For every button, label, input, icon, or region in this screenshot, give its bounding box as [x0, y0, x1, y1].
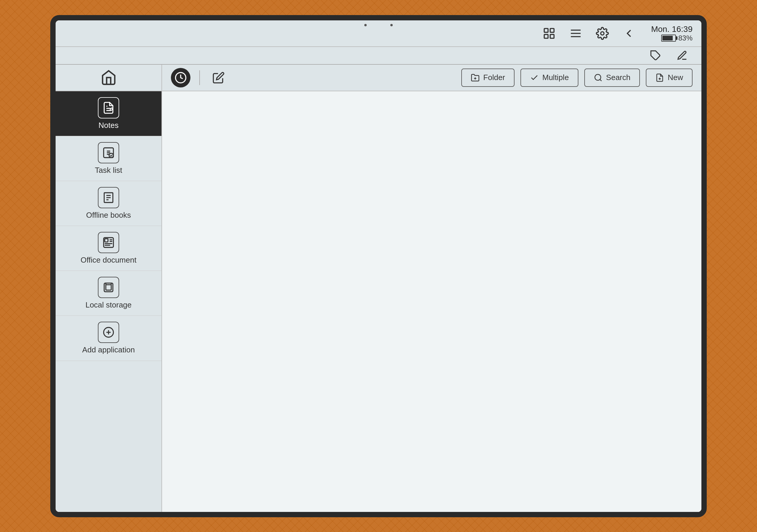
notes-label: Notes	[99, 121, 119, 130]
addapplication-label: Add application	[82, 345, 135, 354]
battery-percent: 83%	[678, 34, 692, 42]
list-icon-btn[interactable]	[565, 23, 586, 44]
addapplication-icon	[102, 326, 115, 339]
top-bar-icons: Mon. 16:39 83%	[539, 23, 692, 44]
camera-dot-right	[390, 24, 393, 26]
battery-icon	[661, 35, 676, 42]
camera-area	[364, 24, 393, 26]
multiple-button[interactable]: Multiple	[520, 69, 578, 87]
status-area: Mon. 16:39 83%	[651, 24, 692, 42]
search-button[interactable]: Search	[584, 69, 640, 87]
new-button[interactable]: New	[646, 69, 692, 87]
content-toolbar: Folder Multiple	[162, 65, 701, 91]
settings-icon-btn[interactable]	[592, 23, 613, 44]
content-body	[162, 91, 701, 512]
tasklist-icon-box	[98, 142, 119, 163]
search-icon	[594, 73, 603, 82]
localstorage-icon	[102, 281, 115, 294]
svg-rect-1	[550, 28, 554, 32]
officedocument-icon-box	[98, 232, 119, 253]
notes-icon	[102, 101, 115, 114]
edit-btn[interactable]	[209, 68, 228, 87]
device-screen: Mon. 16:39 83%	[56, 20, 701, 512]
svg-point-36	[595, 74, 601, 80]
battery-fill	[662, 36, 673, 41]
localstorage-label: Local storage	[85, 300, 132, 310]
tasklist-icon	[102, 146, 115, 159]
edit-icon	[212, 71, 225, 84]
notes-icon-box	[98, 97, 119, 119]
home-button[interactable]	[56, 65, 162, 91]
officedocument-icon	[102, 236, 115, 249]
new-icon	[655, 73, 664, 82]
svg-line-37	[600, 79, 601, 81]
offlinebooks-icon	[102, 191, 115, 204]
device-frame: Mon. 16:39 83%	[50, 15, 707, 517]
officedocument-label: Office document	[81, 256, 136, 265]
grid-icon-btn[interactable]	[539, 23, 560, 44]
svg-rect-0	[544, 28, 548, 32]
back-icon-btn[interactable]	[619, 23, 639, 44]
time-display: Mon. 16:39	[651, 24, 692, 34]
list-icon	[569, 27, 582, 40]
svg-point-7	[601, 32, 604, 35]
tasklist-label: Task list	[95, 166, 122, 175]
tag-icon	[650, 50, 661, 61]
content-area: Folder Multiple	[162, 65, 701, 512]
localstorage-icon-box	[98, 277, 119, 298]
new-label: New	[668, 73, 683, 82]
grid-icon	[543, 27, 556, 40]
camera-dot-left	[364, 24, 367, 26]
sidebar-item-offlinebooks[interactable]: Offline books	[56, 181, 162, 226]
svg-rect-2	[544, 34, 548, 38]
sidebar-item-notes[interactable]: Notes	[56, 91, 162, 136]
offlinebooks-label: Offline books	[86, 210, 131, 220]
sidebar: Notes Task list	[56, 65, 162, 512]
sidebar-item-localstorage[interactable]: Local storage	[56, 271, 162, 316]
pencil-icon-btn[interactable]	[672, 45, 692, 66]
top-bar-row2	[56, 47, 701, 65]
svg-rect-21	[105, 239, 108, 242]
battery-row: 83%	[661, 34, 692, 42]
sidebar-item-tasklist[interactable]: Task list	[56, 136, 162, 181]
sidebar-item-officedocument[interactable]: Office document	[56, 226, 162, 271]
folder-icon	[471, 73, 480, 82]
clock-icon	[174, 71, 187, 84]
offlinebooks-icon-box	[98, 187, 119, 208]
pencil-icon	[677, 50, 688, 61]
search-label: Search	[606, 73, 630, 82]
sidebar-item-addapplication[interactable]: Add application	[56, 316, 162, 361]
toolbar-divider	[199, 70, 200, 85]
svg-rect-27	[106, 285, 111, 290]
settings-icon	[596, 27, 609, 40]
svg-rect-3	[550, 34, 554, 38]
home-icon	[101, 70, 117, 86]
checkbox-icon	[530, 73, 539, 82]
tag-icon-btn[interactable]	[645, 45, 666, 66]
addapplication-icon-box	[98, 322, 119, 343]
recent-btn[interactable]	[171, 68, 191, 87]
main-layout: Notes Task list	[56, 65, 701, 512]
folder-button[interactable]: Folder	[461, 69, 515, 87]
multiple-label: Multiple	[542, 73, 569, 82]
back-icon	[622, 27, 635, 40]
folder-label: Folder	[483, 73, 505, 82]
